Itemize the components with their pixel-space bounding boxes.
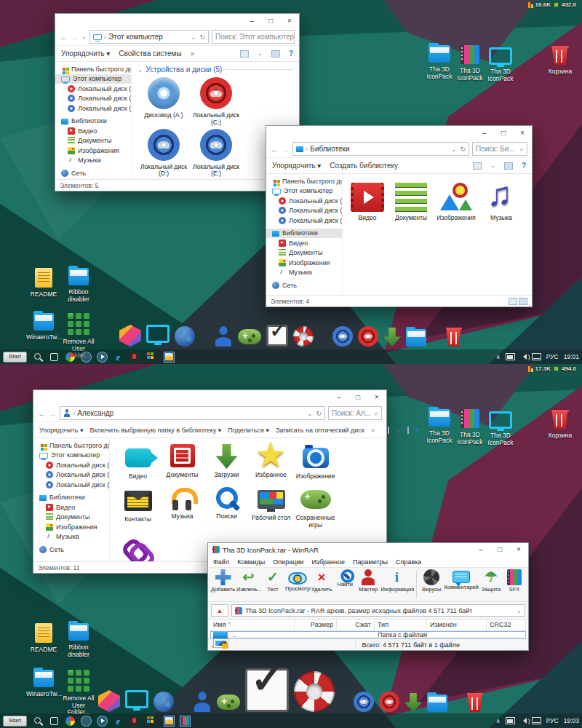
sidebar-item-videos[interactable]: Видео: [33, 502, 109, 513]
preview-pane-button[interactable]: [271, 50, 280, 58]
folder-item-searches[interactable]: Поиски: [204, 487, 249, 529]
dock-download-icon[interactable]: [383, 328, 401, 347]
sidebar-item-disk-c[interactable]: Локальный диск (C:): [33, 460, 109, 470]
tray-chevron-icon[interactable]: ∧: [496, 718, 501, 724]
dock-folder-icon[interactable]: [427, 695, 447, 712]
organize-button[interactable]: Упорядочить ▾: [61, 50, 110, 58]
desktop-icon-readme[interactable]: README: [26, 268, 61, 298]
details-view-button[interactable]: [509, 298, 517, 305]
sidebar-item-disk-e[interactable]: Локальный диск (E:): [266, 215, 342, 226]
new-library-button[interactable]: Создать библиотеку: [330, 162, 398, 170]
dock-disc-blue-icon[interactable]: [332, 326, 353, 347]
dock-gamepad-icon[interactable]: [238, 329, 261, 344]
change-view-button[interactable]: [473, 162, 482, 170]
desktop-icon-iconpack-rar[interactable]: Tha 3D IconPack: [453, 409, 487, 446]
forward-button[interactable]: →: [71, 33, 79, 41]
desktop-icon-ribbon-disabler[interactable]: Ribbon disabler: [61, 623, 96, 658]
refresh-icon[interactable]: ↻: [460, 146, 466, 153]
dock-globe-icon[interactable]: [175, 326, 195, 347]
sidebar-item-documents[interactable]: Документы: [266, 248, 342, 258]
clock[interactable]: 19:03: [564, 717, 579, 724]
breadcrumb[interactable]: Этот компьютер: [108, 33, 163, 41]
folder-item-links[interactable]: Ссылки: [116, 535, 160, 561]
drive-item-e[interactable]: Локальный диск (E:): [190, 129, 242, 178]
close-button[interactable]: ×: [513, 127, 532, 140]
table-row-up-dir[interactable]: .. Папка с файлами: [210, 631, 526, 638]
tray-volume-icon[interactable]: [520, 354, 527, 360]
desktop-icon-ribbon-disabler[interactable]: Ribbon disabler: [61, 268, 96, 303]
sidebar-item-disk-c[interactable]: Локальный диск (C:): [55, 84, 131, 94]
sidebar-item-music[interactable]: Музыка: [55, 156, 131, 166]
taskbar-pinwheel-icon[interactable]: [65, 352, 75, 362]
taskbar-pinwheel-icon[interactable]: [65, 716, 75, 726]
search-box[interactable]: Поиск: Этот компьютер ⌕: [212, 30, 295, 44]
library-item-music[interactable]: Музыка: [482, 183, 520, 222]
sidebar-item-disk-c[interactable]: Локальный диск (C:): [266, 196, 342, 206]
sidebar-item-music[interactable]: Музыка: [33, 532, 109, 542]
desktop-icon-winaero[interactable]: WinaeroTw...: [26, 313, 61, 341]
tool-delete-button[interactable]: ×Удалить: [311, 569, 332, 593]
taskbar-windows-icon[interactable]: [147, 716, 156, 726]
desktop-icon-recycle-bin[interactable]: Корзина: [543, 409, 578, 440]
sidebar-item-videos[interactable]: Видео: [266, 238, 342, 248]
maximize-button[interactable]: □: [348, 391, 367, 404]
share-button[interactable]: Поделиться ▾: [228, 427, 269, 434]
folder-item-documents[interactable]: Документы: [160, 444, 204, 480]
start-button[interactable]: Start: [3, 716, 27, 727]
sidebar-item-videos[interactable]: Видео: [55, 126, 131, 136]
minimize-button[interactable]: –: [475, 127, 494, 140]
folder-item-favorites[interactable]: Избранное: [249, 444, 293, 480]
forward-button[interactable]: →: [282, 145, 290, 154]
drive-item-a[interactable]: Дисковод (A:): [137, 77, 190, 127]
recent-dropdown[interactable]: ⌄: [81, 33, 87, 40]
large-icons-view-button[interactable]: [519, 298, 527, 305]
sidebar-item-network[interactable]: Сеть: [266, 280, 342, 290]
dock-disc-blue-icon[interactable]: [354, 692, 374, 712]
tool-wizard-button[interactable]: Мастер: [357, 569, 379, 593]
refresh-icon[interactable]: ↻: [199, 33, 205, 41]
taskbar-windows-icon[interactable]: [147, 352, 156, 362]
tool-find-button[interactable]: Найти: [334, 569, 356, 587]
task-view-icon[interactable]: [49, 352, 59, 362]
language-indicator[interactable]: РУС: [546, 353, 559, 360]
address-bar[interactable]: › Этот компьютер ⌄↻: [89, 30, 209, 44]
tool-add-button[interactable]: Добавить: [211, 569, 235, 593]
dock-disc-red-icon[interactable]: [358, 326, 378, 347]
tool-view-button[interactable]: Просмотр: [285, 569, 309, 592]
sidebar-item-documents[interactable]: Документы: [55, 136, 131, 146]
more-commands-button[interactable]: »: [371, 427, 375, 434]
tool-test-button[interactable]: ✓Тест: [262, 569, 284, 593]
minimize-button[interactable]: –: [330, 391, 348, 404]
more-commands-button[interactable]: »: [191, 50, 195, 58]
sidebar-item-music[interactable]: Музыка: [266, 268, 342, 278]
folder-item-music[interactable]: Музыка: [160, 487, 204, 529]
combo-dropdown-icon[interactable]: ⌄: [516, 607, 522, 614]
desktop-icon-iconpack-folder[interactable]: Tha 3D IconPack: [422, 409, 457, 444]
column-modified[interactable]: Изменён: [427, 620, 487, 630]
tray-network-icon[interactable]: [506, 717, 515, 724]
dock-user-icon[interactable]: [214, 326, 233, 347]
taskbar-media-icon[interactable]: [97, 716, 107, 726]
tool-extract-button[interactable]: ↩Извлечь...: [236, 569, 260, 593]
include-in-library-button[interactable]: Включить выбранную папку в библиотеку ▾: [90, 427, 222, 434]
start-button[interactable]: Start: [3, 352, 27, 363]
organize-button[interactable]: Упорядочить ▾: [39, 427, 84, 434]
tool-comment-button[interactable]: Комментарий: [444, 569, 478, 590]
desktop-icon-iconpack-rar[interactable]: Tha 3D IconPack: [453, 45, 487, 82]
breadcrumb[interactable]: Библиотеки: [310, 145, 349, 153]
dock-checkbox-icon[interactable]: [266, 325, 288, 347]
search-box[interactable]: Поиск: Би... ⌕: [472, 142, 527, 156]
desktop-icon-iconpack-exe[interactable]: Tha 3D IconPack: [483, 409, 518, 446]
language-indicator[interactable]: РУС: [546, 717, 559, 724]
dock-gamepad-icon[interactable]: [217, 695, 240, 710]
address-dropdown-icon[interactable]: ⌄: [307, 410, 313, 417]
menu-operations[interactable]: Операции: [273, 558, 303, 566]
back-button[interactable]: ←: [271, 145, 279, 154]
column-size[interactable]: Размер: [295, 620, 337, 630]
sidebar-item-quick-access[interactable]: Панель быстрого досту: [266, 176, 342, 186]
sidebar-item-pictures[interactable]: Изображения: [266, 258, 342, 268]
sidebar-item-libraries[interactable]: Библиотеки: [55, 116, 131, 127]
taskbar-winrar-icon[interactable]: [180, 716, 190, 726]
menu-options[interactable]: Параметры: [353, 558, 388, 566]
sidebar-item-this-pc[interactable]: Этот компьютер: [266, 186, 342, 197]
